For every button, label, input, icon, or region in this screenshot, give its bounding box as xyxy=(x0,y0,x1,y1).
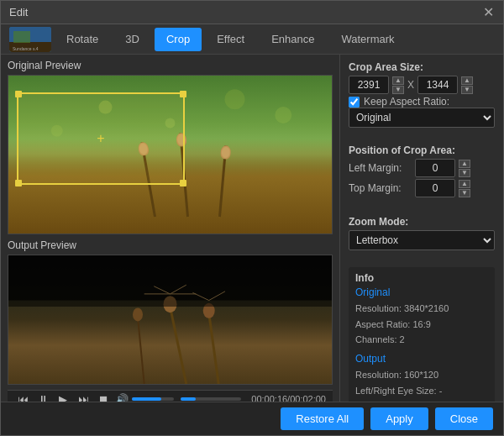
crop-width-down[interactable]: ▼ xyxy=(392,86,404,94)
title-bar: Edit ✕ xyxy=(1,1,503,24)
position-section: Position of Crop Area: Left Margin: ▲ ▼ … xyxy=(349,144,495,199)
svg-line-15 xyxy=(154,286,170,294)
original-channels: Channels: 2 xyxy=(355,332,488,348)
x-separator: X xyxy=(407,79,414,91)
bottom-bar: Restore All Apply Close xyxy=(1,402,503,435)
svg-line-13 xyxy=(138,317,144,384)
tab-watermark[interactable]: Watermark xyxy=(329,28,406,51)
top-margin-spinner: ▲ ▼ xyxy=(459,180,470,197)
restore-all-button[interactable]: Restore All xyxy=(281,407,364,430)
crop-width-spinner: ▲ ▼ xyxy=(392,76,404,94)
top-margin-input[interactable] xyxy=(415,179,455,197)
original-info-title: Original xyxy=(355,286,488,298)
close-button[interactable]: Close xyxy=(435,407,493,430)
svg-rect-2 xyxy=(13,31,30,43)
previous-button[interactable]: ⏮ xyxy=(14,391,31,402)
volume-fill xyxy=(132,397,161,401)
left-margin-spinner: ▲ ▼ xyxy=(459,160,470,177)
crop-height-down[interactable]: ▼ xyxy=(461,86,473,94)
crop-rectangle[interactable]: + xyxy=(17,92,185,185)
left-margin-label: Left Margin: xyxy=(349,162,412,174)
keep-aspect-checkbox[interactable] xyxy=(349,97,360,108)
original-preview-label: Original Preview xyxy=(8,60,333,71)
next-button[interactable]: ⏭ xyxy=(75,391,92,402)
time-display: 00:00:16/00:02:00 xyxy=(251,394,326,402)
thumbnail-image: Sundance s.4 xyxy=(9,27,51,52)
crop-size-row: ▲ ▼ X ▲ ▼ xyxy=(349,76,495,94)
svg-rect-8 xyxy=(8,255,332,301)
crop-corner-tl[interactable] xyxy=(15,91,22,97)
right-panel: Crop Area Size: ▲ ▼ X ▲ ▼ xyxy=(339,55,503,402)
crop-center-icon: + xyxy=(97,131,104,146)
crop-area-size-label: Crop Area Size: xyxy=(349,61,495,73)
output-preview-box xyxy=(8,255,333,385)
play-button[interactable]: ▶ xyxy=(55,391,71,402)
position-label: Position of Crop Area: xyxy=(349,144,495,156)
crop-corner-tr[interactable] xyxy=(180,91,186,97)
crop-area-size-section: Crop Area Size: ▲ ▼ X ▲ ▼ xyxy=(349,61,495,128)
apply-button[interactable]: Apply xyxy=(370,407,428,430)
main-content: Original Preview xyxy=(1,55,503,402)
stop-button[interactable]: ⏹ xyxy=(95,391,112,402)
svg-point-10 xyxy=(164,296,177,313)
crop-width-up[interactable]: ▲ xyxy=(392,76,404,85)
thumb-label: Sundance s.4 xyxy=(13,46,39,51)
window-close-button[interactable]: ✕ xyxy=(481,6,495,19)
output-preview-label: Output Preview xyxy=(8,239,333,251)
svg-point-4 xyxy=(225,89,245,109)
svg-line-9 xyxy=(171,307,186,384)
original-preview-section: Original Preview xyxy=(8,60,333,234)
original-preview-box: + xyxy=(8,75,333,234)
title-bar-left: Edit xyxy=(9,6,28,18)
info-label: Info xyxy=(355,272,488,284)
tab-3d[interactable]: 3D xyxy=(113,28,151,51)
svg-line-19 xyxy=(192,292,208,300)
top-margin-down[interactable]: ▼ xyxy=(459,189,470,197)
crop-corner-bl[interactable] xyxy=(15,180,22,186)
svg-line-16 xyxy=(171,285,186,294)
tab-crop[interactable]: Crop xyxy=(155,28,202,51)
window-title: Edit xyxy=(9,6,28,18)
volume-icon: 🔊 xyxy=(115,393,129,402)
video-thumbnail[interactable]: Sundance s.4 xyxy=(9,27,51,52)
pause-button[interactable]: ⏸ xyxy=(34,391,51,402)
original-resolution: Resolution: 3840*2160 xyxy=(355,301,488,317)
svg-point-12 xyxy=(203,303,215,318)
zoom-mode-section: Zoom Mode: Letterbox Pan & Scan Full xyxy=(349,216,495,250)
output-info-title: Output xyxy=(355,353,488,365)
nature-background: + xyxy=(8,76,332,234)
top-margin-up[interactable]: ▲ xyxy=(459,180,470,188)
tab-rotate[interactable]: Rotate xyxy=(55,28,110,51)
left-margin-input[interactable] xyxy=(415,159,455,177)
tab-enhance[interactable]: Enhance xyxy=(260,28,326,51)
top-margin-row: Top Margin: ▲ ▼ xyxy=(349,179,495,197)
tab-effect[interactable]: Effect xyxy=(205,28,256,51)
zoom-mode-select[interactable]: Letterbox Pan & Scan Full xyxy=(349,230,495,250)
tab-bar: Sundance s.4 Rotate 3D Crop Effect Enhan… xyxy=(1,24,503,55)
svg-line-11 xyxy=(209,313,219,384)
zoom-mode-label: Zoom Mode: xyxy=(349,216,495,228)
keep-aspect-row: Keep Aspect Ratio: xyxy=(349,96,495,108)
crop-corner-br[interactable] xyxy=(180,180,186,186)
crop-height-up[interactable]: ▲ xyxy=(461,76,473,85)
left-margin-up[interactable]: ▲ xyxy=(459,160,470,168)
left-margin-down[interactable]: ▼ xyxy=(459,169,470,177)
crop-height-input[interactable] xyxy=(417,76,458,94)
top-margin-label: Top Margin: xyxy=(349,182,412,194)
keep-aspect-label: Keep Aspect Ratio: xyxy=(364,96,449,108)
volume-bar[interactable] xyxy=(132,397,174,401)
aspect-ratio-select[interactable]: Original 16:9 4:3 1:1 xyxy=(349,108,495,128)
output-preview-section: Output Preview xyxy=(8,239,333,385)
info-section: Info Original Resolution: 3840*2160 Aspe… xyxy=(349,267,495,402)
svg-point-14 xyxy=(133,307,143,321)
left-margin-row: Left Margin: ▲ ▼ xyxy=(349,159,495,177)
output-background xyxy=(8,255,332,384)
svg-point-6 xyxy=(275,107,291,123)
progress-fill xyxy=(181,397,196,401)
output-resolution: Resolution: 160*120 xyxy=(355,367,488,383)
output-eye-size: Left/Right Eye Size: - xyxy=(355,383,488,399)
crop-width-input[interactable] xyxy=(349,76,389,94)
original-aspect-ratio: Aspect Ratio: 16:9 xyxy=(355,317,488,333)
progress-bar[interactable] xyxy=(181,397,241,401)
output-visual xyxy=(8,255,332,384)
